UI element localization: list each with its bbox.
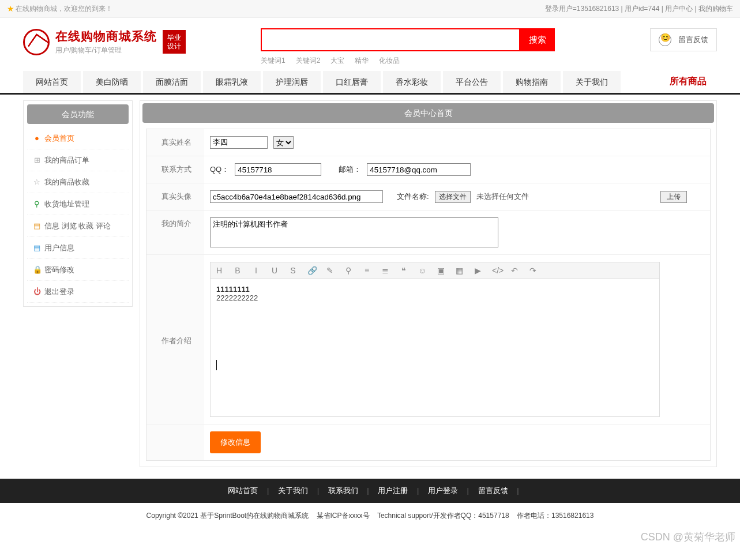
footer-link[interactable]: 用户登录	[421, 486, 465, 495]
email-label: 邮箱：	[339, 164, 361, 175]
qq-label: QQ：	[210, 164, 229, 175]
keyword-link[interactable]: 化妆品	[379, 57, 400, 65]
toolbar-icon[interactable]: ❝	[400, 266, 408, 275]
sidebar-item[interactable]: ▤用户信息	[27, 237, 129, 259]
sidebar-item[interactable]: ⚲收货地址管理	[27, 193, 129, 215]
toolbar-icon[interactable]: 🔗	[307, 266, 315, 275]
sidebar-item[interactable]: ▤信息 浏览 收藏 评论	[27, 215, 129, 237]
footer-link[interactable]: 用户注册	[371, 486, 415, 495]
editor-body[interactable]: 11111111 2222222222	[210, 279, 660, 417]
toolbar-icon[interactable]: H	[215, 266, 223, 275]
header: 在线购物商城系统 用户/购物车/订单管理 毕业设计 搜索 关键词1关键词2大宝精…	[0, 18, 740, 70]
my-cart-link[interactable]: 我的购物车	[698, 5, 733, 13]
sidebar-item-label: 收货地址管理	[44, 193, 89, 215]
footer-link[interactable]: 联系我们	[321, 486, 365, 495]
toolbar-icon[interactable]: ▶	[474, 266, 482, 275]
sidebar-icon: ▤	[33, 237, 41, 259]
intro-textarea[interactable]	[210, 217, 498, 247]
sidebar-icon: ⊞	[33, 149, 41, 171]
toolbar-icon[interactable]: ▣	[437, 266, 445, 275]
page-title: 会员中心首页	[142, 103, 714, 123]
user-center-link[interactable]: 用户中心	[665, 5, 693, 13]
toolbar-icon[interactable]: S	[289, 266, 297, 275]
topbar-welcome: ★ 在线购物商城，欢迎您的到来！	[7, 0, 112, 17]
sidebar-item[interactable]: ●会员首页	[27, 127, 129, 149]
nav-item[interactable]: 关于我们	[563, 71, 621, 93]
avatar-input[interactable]	[210, 190, 383, 203]
qq-input[interactable]	[235, 163, 321, 176]
label-avatar: 真实头像	[147, 183, 204, 210]
toolbar-icon[interactable]: ↷	[529, 266, 537, 275]
toolbar-icon[interactable]: ≡	[363, 266, 371, 275]
sidebar-icon: ⚲	[33, 193, 41, 215]
keyword-link[interactable]: 关键词1	[261, 57, 286, 65]
sidebar-icon: ▤	[33, 215, 41, 237]
star-icon: ★	[7, 0, 14, 18]
nav-all-goods[interactable]: 所有商品	[659, 76, 717, 88]
toolbar-icon[interactable]: U	[271, 266, 279, 275]
logo[interactable]: 在线购物商城系统 用户/购物车/订单管理 毕业设计	[23, 28, 186, 55]
toolbar-icon[interactable]: ☺	[418, 266, 426, 275]
sidebar-item[interactable]: ⊞我的商品订单	[27, 149, 129, 171]
choose-file-button[interactable]: 选择文件	[435, 191, 471, 203]
site-subtitle: 用户/购物车/订单管理	[55, 46, 157, 55]
footer-link[interactable]: 网站首页	[221, 486, 265, 495]
feedback-button[interactable]: 留言反馈	[650, 28, 717, 51]
sidebar-item[interactable]: ☆我的商品收藏	[27, 171, 129, 193]
nav-item[interactable]: 网站首页	[23, 71, 81, 93]
sidebar-icon: ☆	[33, 171, 41, 193]
toolbar-icon[interactable]: </>	[492, 266, 500, 275]
sidebar-item-label: 密码修改	[44, 259, 74, 281]
email-input[interactable]	[367, 163, 471, 176]
sidebar-icon: ●	[33, 127, 41, 149]
sidebar-item-label: 会员首页	[44, 127, 74, 149]
search-area: 搜索 关键词1关键词2大宝精华化妆品	[261, 28, 555, 66]
footer-link[interactable]: 关于我们	[271, 486, 315, 495]
upload-button[interactable]: 上传	[660, 191, 687, 203]
toolbar-icon[interactable]: ▦	[455, 266, 463, 275]
nav-item[interactable]: 香水彩妆	[383, 71, 441, 93]
file-name-label: 文件名称:	[397, 191, 429, 202]
keyword-link[interactable]: 关键词2	[296, 57, 321, 65]
logo-badge: 毕业设计	[163, 30, 186, 54]
search-button[interactable]: 搜索	[520, 28, 555, 51]
sidebar-list: ●会员首页⊞我的商品订单☆我的商品收藏⚲收货地址管理▤信息 浏览 收藏 评论▤用…	[27, 127, 129, 303]
toolbar-icon[interactable]: I	[252, 266, 260, 275]
sidebar-item[interactable]: 🔒密码修改	[27, 259, 129, 281]
toolbar-icon[interactable]: B	[234, 266, 242, 275]
topbar-right: 登录用户=13516821613 | 用户id=744 | 用户中心 | 我的购…	[545, 0, 733, 17]
form: 真实姓名 女 联系方式 QQ： 邮箱： 真实头像 文件	[146, 129, 711, 461]
user-id: 用户id=744	[625, 5, 659, 13]
label-contact: 联系方式	[147, 156, 204, 183]
footer-nav: 网站首页 | 关于我们 | 联系我们 | 用户注册 | 用户登录 | 留言反馈 …	[0, 479, 740, 503]
name-input[interactable]	[210, 136, 268, 149]
submit-button[interactable]: 修改信息	[210, 431, 261, 453]
toolbar-icon[interactable]: ⚲	[344, 266, 352, 275]
footer-link[interactable]: 留言反馈	[471, 486, 515, 495]
keyword-link[interactable]: 大宝	[330, 57, 344, 65]
welcome-text: 在线购物商城，欢迎您的到来！	[16, 0, 112, 18]
toolbar-icon[interactable]: ↶	[510, 266, 519, 275]
toolbar-icon[interactable]: ✎	[326, 266, 334, 275]
nav-item[interactable]: 口红唇膏	[323, 71, 381, 93]
sidebar-icon: 🔒	[33, 259, 41, 281]
container: 会员功能 ●会员首页⊞我的商品订单☆我的商品收藏⚲收货地址管理▤信息 浏览 收藏…	[0, 95, 740, 473]
keyword-link[interactable]: 精华	[355, 57, 369, 65]
logo-icon	[23, 29, 50, 55]
search-keywords: 关键词1关键词2大宝精华化妆品	[261, 56, 555, 66]
nav-item[interactable]: 面膜洁面	[143, 71, 201, 93]
nav-item[interactable]: 护理润唇	[263, 71, 321, 93]
gender-select[interactable]: 女	[273, 136, 294, 149]
sidebar-title: 会员功能	[27, 104, 129, 124]
nav-item[interactable]: 美白防晒	[83, 71, 141, 93]
editor-toolbar: HBIUS🔗✎⚲≡≣❝☺▣▦▶</>↶↷	[210, 262, 660, 279]
search-input[interactable]	[261, 28, 520, 51]
login-user: 登录用户=13516821613	[545, 5, 619, 13]
toolbar-icon[interactable]: ≣	[381, 266, 389, 275]
sidebar-item[interactable]: ⏻退出登录	[27, 281, 129, 303]
nav-item[interactable]: 购物指南	[503, 71, 561, 93]
sidebar-icon: ⏻	[33, 281, 41, 303]
label-intro: 我的简介	[147, 211, 204, 254]
nav-item[interactable]: 眼霜乳液	[203, 71, 261, 93]
nav-item[interactable]: 平台公告	[443, 71, 501, 93]
